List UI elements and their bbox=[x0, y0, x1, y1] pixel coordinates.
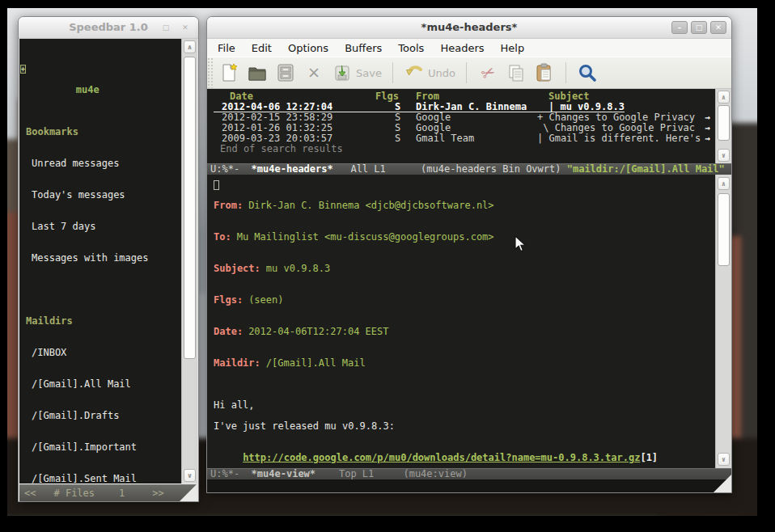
scrollbar-thumb[interactable] bbox=[184, 57, 196, 359]
scroll-up-icon[interactable]: ∧ bbox=[718, 177, 730, 190]
sidebar-root-mu4e[interactable]: + mu4e bbox=[19, 64, 181, 74]
speedbar-prev-button[interactable]: << bbox=[24, 485, 36, 501]
scroll-up-icon[interactable]: ∧ bbox=[718, 91, 730, 103]
sidebar-item-drafts[interactable]: /[Gmail].Drafts bbox=[19, 411, 181, 421]
speedbar-window: Speedbar 1.0 – □ ✕ + mu4e Bookmarks Unre… bbox=[18, 16, 199, 502]
copy-icon[interactable] bbox=[504, 61, 528, 85]
sidebar-item-todays-messages[interactable]: Today's messages bbox=[19, 190, 181, 201]
toolbar-separator bbox=[466, 62, 467, 83]
field-flags: Flgs:(seen) bbox=[214, 295, 714, 306]
view-modeline: U:%*- *mu4e-view* Top L1 (mu4e:view) bbox=[207, 468, 731, 479]
save-buffer-icon[interactable] bbox=[330, 61, 354, 85]
message-body-top: Hi all, I've just released mu v0.9.8.3: bbox=[214, 390, 714, 432]
sidebar-item-all-mail[interactable]: /[Gmail].All Mail bbox=[19, 379, 181, 390]
scroll-down-icon[interactable]: ∨ bbox=[718, 453, 730, 466]
menu-help[interactable]: Help bbox=[493, 40, 533, 56]
field-date: Date:2012-04-06T12:27:04 EEST bbox=[214, 327, 714, 337]
save-label: Save bbox=[356, 67, 382, 79]
field-maildir: Maildir:/[Gmail].All Mail bbox=[214, 358, 714, 369]
view-scrollbar[interactable]: ∧ ∨ bbox=[715, 175, 731, 468]
cut-icon[interactable]: ✂ bbox=[476, 61, 500, 85]
end-of-search-text: End of search results bbox=[214, 144, 714, 154]
search-icon[interactable] bbox=[575, 61, 599, 85]
scroll-down-icon[interactable]: ∨ bbox=[718, 149, 730, 162]
maximize-button[interactable]: □ bbox=[691, 21, 707, 34]
maximize-button[interactable]: □ bbox=[158, 21, 174, 34]
toolbar-separator bbox=[392, 62, 393, 83]
save-file-icon[interactable] bbox=[273, 61, 298, 85]
section-bookmarks: Bookmarks bbox=[19, 127, 181, 137]
field-to: To:Mu Mailinglist <mu-discuss@googlegrou… bbox=[214, 232, 714, 243]
emacs-window: *mu4e-headers* – □ ✕ File Edit Options B… bbox=[206, 16, 732, 493]
scrollbar-thumb[interactable] bbox=[718, 193, 730, 266]
message-row[interactable]: 2009-03-23 20:03:57 S Gmail Team | Gmail… bbox=[214, 133, 714, 144]
link-line: http://code.google.com/p/mu0/downloads/d… bbox=[214, 453, 714, 463]
headers-scrollbar[interactable]: ∧ ∨ bbox=[715, 89, 731, 163]
section-maildirs: Maildirs bbox=[19, 316, 181, 327]
download-link[interactable]: http://code.google.com/p/mu0/downloads/d… bbox=[243, 452, 640, 463]
buffer-name: *mu4e-headers* bbox=[252, 164, 333, 175]
menu-file[interactable]: File bbox=[210, 40, 244, 56]
mouse-cursor bbox=[515, 235, 527, 256]
sidebar-item-important[interactable]: /[Gmail].Important bbox=[19, 442, 181, 453]
speedbar-files-label: # Files bbox=[53, 485, 95, 501]
speedbar-scrollbar[interactable]: ∧ ∨ bbox=[181, 39, 197, 483]
speedbar-content: + mu4e Bookmarks Unread messages Today's… bbox=[19, 39, 197, 483]
minimize-button[interactable]: – bbox=[138, 21, 155, 34]
menu-headers[interactable]: Headers bbox=[432, 40, 492, 56]
headers-modeline: U:%*- *mu4e-headers* All L1 (mu4e-header… bbox=[207, 163, 731, 175]
echo-area[interactable] bbox=[207, 479, 731, 492]
window-title: *mu4e-headers* bbox=[207, 21, 731, 33]
menu-edit[interactable]: Edit bbox=[244, 40, 280, 56]
speedbar-files-count: 1 bbox=[119, 485, 125, 501]
resize-grip[interactable] bbox=[180, 483, 197, 501]
open-file-icon[interactable] bbox=[245, 61, 269, 85]
expand-icon[interactable]: + bbox=[20, 65, 26, 74]
field-subject: Subject:mu v0.9.8.3 bbox=[214, 264, 714, 274]
buffer-name: *mu4e-view* bbox=[252, 469, 316, 479]
new-file-icon[interactable] bbox=[217, 61, 241, 85]
resize-grip[interactable] bbox=[714, 475, 731, 492]
close-button[interactable]: ✕ bbox=[710, 21, 726, 34]
delete-icon[interactable]: ✕ bbox=[302, 61, 326, 85]
window-titlebar[interactable]: *mu4e-headers* – □ ✕ bbox=[207, 17, 731, 39]
sidebar-item-unread-messages[interactable]: Unread messages bbox=[19, 158, 181, 169]
toolbar-separator bbox=[565, 62, 566, 83]
sidebar-item-inbox[interactable]: /INBOX bbox=[19, 348, 181, 358]
sidebar-item-messages-with-images[interactable]: Messages with images bbox=[19, 253, 181, 264]
close-button[interactable]: ✕ bbox=[177, 21, 193, 34]
menu-bar: File Edit Options Buffers Tools Headers … bbox=[207, 39, 731, 57]
speedbar-titlebar[interactable]: Speedbar 1.0 – □ ✕ bbox=[19, 17, 198, 39]
field-from: From:Dirk-Jan C. Binnema <djcb@djcbsoftw… bbox=[214, 201, 714, 211]
mu4e-headers-pane: Date Flgs From Subject 2012-04-06 12:27:… bbox=[207, 89, 731, 163]
truncation-arrow-icon: → bbox=[705, 123, 710, 133]
undo-icon[interactable] bbox=[402, 61, 426, 85]
search-query: "maildir:/[Gmail].All Mail" bbox=[567, 164, 725, 175]
sidebar-item-sent-mail[interactable]: /[Gmail].Sent Mail bbox=[19, 474, 181, 483]
scroll-down-icon[interactable]: ∨ bbox=[184, 469, 196, 482]
paste-icon[interactable] bbox=[532, 61, 557, 85]
scroll-up-icon[interactable]: ∧ bbox=[184, 40, 196, 53]
scrollbar-thumb[interactable] bbox=[718, 105, 730, 141]
minimize-button[interactable]: – bbox=[671, 21, 688, 34]
truncation-arrow-icon: → bbox=[705, 112, 710, 123]
undo-label: Undo bbox=[428, 67, 455, 79]
speedbar-next-button[interactable]: >> bbox=[152, 485, 163, 501]
speedbar-statusbar: << # Files 1 >> bbox=[19, 484, 197, 501]
menu-options[interactable]: Options bbox=[280, 40, 337, 56]
mu4e-view-pane: From:Dirk-Jan C. Binnema <djcb@djcbsoftw… bbox=[207, 175, 731, 468]
tool-bar: ✕ Save Undo ✂ bbox=[207, 57, 731, 89]
menu-buffers[interactable]: Buffers bbox=[337, 40, 390, 56]
link-footnote: [1] bbox=[640, 452, 658, 463]
truncation-arrow-icon: → bbox=[705, 133, 710, 144]
menu-tools[interactable]: Tools bbox=[390, 40, 432, 56]
sidebar-item-last-7-days[interactable]: Last 7 days bbox=[19, 222, 181, 232]
